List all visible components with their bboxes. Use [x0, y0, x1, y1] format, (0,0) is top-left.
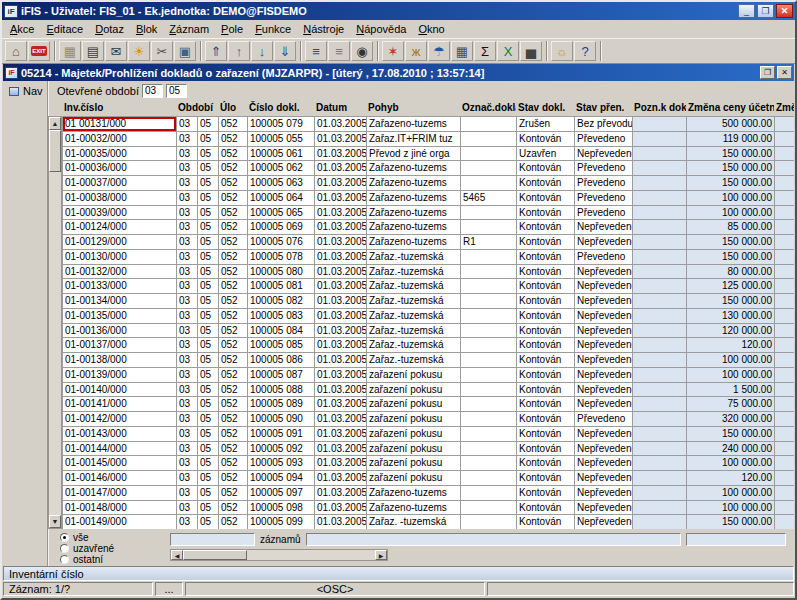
menu-editace[interactable]: Editace [40, 21, 89, 37]
exit-door-icon[interactable]: ⌂ [5, 41, 27, 61]
cell[interactable]: 120.00 [687, 471, 775, 486]
cell[interactable] [461, 265, 517, 280]
cell[interactable]: 05 [198, 471, 219, 486]
cell[interactable]: 03 [177, 294, 198, 309]
cell[interactable]: Převedeno [575, 191, 633, 206]
cell[interactable]: 01-00149/000 [63, 515, 177, 529]
cell[interactable]: Nepřevedeno [575, 338, 633, 353]
table-row[interactable]: 01-00148/0000305052100005 09801.03.2005Z… [63, 501, 794, 516]
cell[interactable]: 100005 098 [248, 501, 315, 516]
cell[interactable]: 052 [219, 235, 248, 250]
cell[interactable]: Nepřevedeno [575, 279, 633, 294]
cell[interactable]: zařazení pokusu [367, 427, 461, 442]
cell[interactable]: 150 000.00 [687, 176, 775, 191]
cell[interactable]: 01.03.2005 [315, 456, 367, 471]
cell[interactable]: 052 [219, 206, 248, 221]
cell[interactable]: 05 [198, 176, 219, 191]
flashlight-icon[interactable]: ☀ [128, 41, 150, 61]
cell[interactable]: 100005 097 [248, 486, 315, 501]
cell[interactable]: 01.03.2005 [315, 338, 367, 353]
cell[interactable]: 01-00035/000 [63, 147, 177, 162]
cell[interactable]: Zařaz.-tuzemská [367, 309, 461, 324]
table-row[interactable]: 01-00145/0000305052100005 09301.03.2005z… [63, 456, 794, 471]
cell[interactable]: Kontován [517, 427, 575, 442]
scroll-up-button[interactable]: ▲ [49, 117, 61, 130]
cell[interactable] [633, 456, 687, 471]
child-restore-button[interactable]: ❐ [760, 66, 775, 79]
cell[interactable]: 100005 055 [248, 132, 315, 147]
cell[interactable]: 01-00139/000 [63, 368, 177, 383]
cell[interactable]: 03 [177, 309, 198, 324]
cell[interactable]: Zařaz. -tuzemská [367, 515, 461, 529]
cell[interactable] [633, 250, 687, 265]
scroll-right-button[interactable]: ▶ [375, 550, 387, 560]
cell[interactable]: 100005 085 [248, 338, 315, 353]
cell[interactable]: Kontován [517, 368, 575, 383]
cell[interactable]: Zařazeno-tuzems [367, 161, 461, 176]
cell[interactable] [461, 501, 517, 516]
cell[interactable] [633, 501, 687, 516]
cell[interactable]: Kontován [517, 250, 575, 265]
cell[interactable]: Převedeno [575, 250, 633, 265]
cell[interactable] [461, 132, 517, 147]
cell[interactable]: 100005 086 [248, 353, 315, 368]
cell[interactable]: Zařazeno-tuzems [367, 486, 461, 501]
cell[interactable]: Kontován [517, 412, 575, 427]
cell[interactable]: Zařazeno-tuzems [367, 117, 461, 132]
cell[interactable]: Kontován [517, 353, 575, 368]
cell[interactable]: 100005 064 [248, 191, 315, 206]
cell[interactable]: 01.03.2005 [315, 515, 367, 529]
cell[interactable]: 01-00136/000 [63, 324, 177, 339]
scroll-down-button[interactable]: ▼ [49, 515, 61, 528]
table-row[interactable]: 01-00036/0000305052100005 06201.03.2005Z… [63, 161, 794, 176]
cell[interactable]: 052 [219, 117, 248, 132]
cell[interactable] [775, 161, 794, 176]
cell[interactable]: Zařaz.-tuzemská [367, 353, 461, 368]
cell[interactable]: 052 [219, 265, 248, 280]
sum-icon[interactable]: Σ [474, 41, 496, 61]
cell[interactable]: 03 [177, 147, 198, 162]
cell[interactable]: 03 [177, 206, 198, 221]
cell[interactable]: Zařazeno-tuzems [367, 206, 461, 221]
cell[interactable]: 100005 089 [248, 397, 315, 412]
cell[interactable]: 150 000.00 [687, 250, 775, 265]
cell[interactable] [775, 294, 794, 309]
cell[interactable]: 05 [198, 279, 219, 294]
horizontal-scrollbar[interactable]: ◀ ▶ [170, 549, 388, 561]
cell[interactable]: 01-00133/000 [63, 279, 177, 294]
cell[interactable]: 100 000.00 [687, 353, 775, 368]
next-record-icon[interactable]: ↓ [251, 41, 273, 61]
cell[interactable]: 03 [177, 117, 198, 132]
cell[interactable]: zařazení pokusu [367, 442, 461, 457]
cell[interactable]: 03 [177, 191, 198, 206]
cell[interactable] [461, 383, 517, 398]
cell[interactable]: 100005 062 [248, 161, 315, 176]
scroll-track[interactable] [49, 130, 61, 515]
cell[interactable] [633, 338, 687, 353]
table-row[interactable]: 01-00146/0000305052100005 09401.03.2005z… [63, 471, 794, 486]
cell[interactable]: Kontován [517, 442, 575, 457]
cell[interactable]: 80 000.00 [687, 265, 775, 280]
cell[interactable]: zařazení pokusu [367, 368, 461, 383]
cell[interactable] [633, 486, 687, 501]
cell[interactable] [461, 442, 517, 457]
cell[interactable] [775, 515, 794, 529]
table-row[interactable]: 01 00131/0000305052100005 07901.03.2005Z… [63, 117, 794, 132]
cell[interactable]: 05 [198, 456, 219, 471]
cell[interactable] [633, 132, 687, 147]
cell[interactable]: 01-00132/000 [63, 265, 177, 280]
menu-funkce[interactable]: Funkce [249, 21, 297, 37]
cell[interactable]: 01-00037/000 [63, 176, 177, 191]
cell[interactable]: Nepřevedeno [575, 515, 633, 529]
table-row[interactable]: 01-00039/0000305052100005 06501.03.2005Z… [63, 206, 794, 221]
cell[interactable] [775, 309, 794, 324]
cell[interactable]: 130 000.00 [687, 309, 775, 324]
cell[interactable]: 01-00146/000 [63, 471, 177, 486]
cell[interactable] [633, 397, 687, 412]
cell[interactable] [775, 220, 794, 235]
cell[interactable] [775, 147, 794, 162]
cell[interactable] [633, 294, 687, 309]
first-record-icon[interactable]: ⇑ [205, 41, 227, 61]
cell[interactable]: Nepřevedeno [575, 353, 633, 368]
cell[interactable]: Kontován [517, 515, 575, 529]
